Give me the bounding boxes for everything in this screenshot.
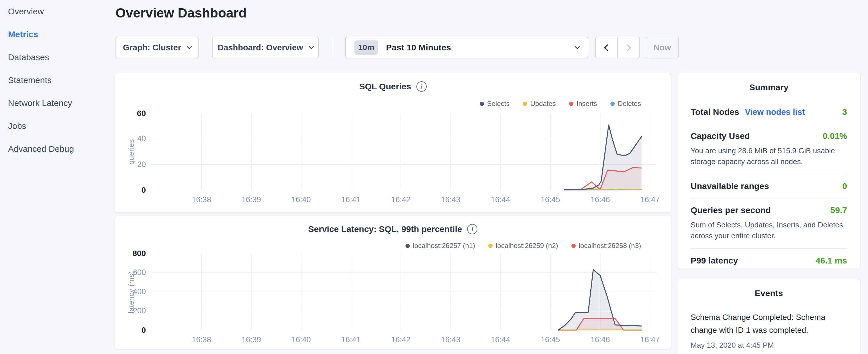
legend-dot-icon xyxy=(523,102,527,106)
x-tick-label: 16:44 xyxy=(482,195,519,204)
summary-label: P99 latency xyxy=(691,256,738,265)
dashboard-dropdown[interactable]: Dashboard: Overview xyxy=(212,37,319,58)
sidebar-item-statements[interactable]: Statements xyxy=(8,69,107,92)
legend-item: Updates xyxy=(523,100,556,108)
y-tick-label: 800 xyxy=(120,249,146,258)
service-latency-plot[interactable]: 16:3816:3916:4016:4116:4216:4316:4416:45… xyxy=(152,254,656,330)
chart-title-row: Service Latency: SQL, 99th percentile i xyxy=(115,224,671,234)
events-title: Events xyxy=(677,288,860,298)
legend-dot-icon xyxy=(480,102,484,106)
summary-label: Unavailable ranges xyxy=(691,181,769,191)
x-tick-label: 16:38 xyxy=(183,335,220,344)
sql-queries-chart-card: SQL Queries i SelectsUpdatesInsertsDelet… xyxy=(115,73,671,213)
events-list: Schema Change Completed: Schema change w… xyxy=(677,311,860,350)
legend-dot-icon xyxy=(488,244,493,248)
y-tick-label: 400 xyxy=(120,287,146,296)
prev-time-button[interactable] xyxy=(595,37,618,58)
x-tick-label: 16:41 xyxy=(333,335,370,344)
summary-label: Total Nodes xyxy=(691,107,739,117)
sidebar-item-metrics[interactable]: Metrics xyxy=(8,23,107,46)
x-tick-label: 16:41 xyxy=(333,195,370,204)
view-nodes-link[interactable]: View nodes list xyxy=(745,107,805,117)
legend-label: Deletes xyxy=(618,100,641,108)
summary-subtext: You are using 28.6 MiB of 515.9 GiB usab… xyxy=(691,146,847,167)
x-tick-label: 16:45 xyxy=(532,195,569,204)
summary-row-p99-latency: P99 latency 46.1 ms xyxy=(691,249,847,272)
chart-title-row: SQL Queries i xyxy=(115,81,671,92)
toolbar-divider xyxy=(333,37,333,58)
info-icon[interactable]: i xyxy=(416,81,427,92)
now-button[interactable]: Now xyxy=(646,37,679,58)
sidebar-nav: OverviewMetricsDatabasesStatementsNetwor… xyxy=(8,0,107,160)
next-time-button[interactable] xyxy=(618,37,640,58)
x-tick-label: 16:42 xyxy=(382,335,420,344)
x-tick-label: 16:45 xyxy=(532,335,569,344)
graph-dropdown[interactable]: Graph: Cluster xyxy=(116,37,198,58)
sidebar-item-jobs[interactable]: Jobs xyxy=(8,115,107,137)
page-title: Overview Dashboard xyxy=(116,5,247,21)
dashboard-dropdown-label: Dashboard: Overview xyxy=(217,43,303,53)
legend-label: localhost:26259 (n2) xyxy=(496,242,558,250)
legend-item: localhost:26258 (n3) xyxy=(571,242,641,250)
legend-dot-icon xyxy=(571,244,576,248)
x-tick-label: 16:39 xyxy=(233,195,270,204)
summary-panel: Summary Total Nodes View nodes list 3 Ca… xyxy=(677,73,861,269)
summary-row-unavailable-ranges: Unavailable ranges 0 xyxy=(691,174,847,198)
chart-legend: localhost:26257 (n1)localhost:26259 (n2)… xyxy=(405,242,641,250)
sidebar-item-network-latency[interactable]: Network Latency xyxy=(8,92,107,115)
time-range-selector[interactable]: 10m Past 10 Minutes xyxy=(345,37,588,58)
summary-value: 0 xyxy=(842,181,847,191)
now-button-label: Now xyxy=(653,43,671,53)
summary-label: Capacity Used xyxy=(691,131,750,141)
sidebar-item-advanced-debug[interactable]: Advanced Debug xyxy=(8,137,107,160)
info-icon[interactable]: i xyxy=(467,224,477,234)
y-axis-title: queries xyxy=(127,120,136,183)
x-tick-label: 16:46 xyxy=(582,195,619,204)
summary-row-capacity-used: Capacity Used 0.01% You are using 28.6 M… xyxy=(691,124,847,174)
y-tick-label: 20 xyxy=(120,160,146,169)
chart-canvas xyxy=(152,114,656,190)
x-tick-label: 16:40 xyxy=(283,335,320,344)
summary-value: 46.1 ms xyxy=(815,256,847,265)
x-tick-label: 16:46 xyxy=(582,335,619,344)
x-tick-label: 16:47 xyxy=(631,335,669,344)
sidebar-item-overview[interactable]: Overview xyxy=(8,0,107,23)
time-pager xyxy=(595,37,640,58)
summary-title: Summary xyxy=(677,83,860,92)
sidebar-item-databases[interactable]: Databases xyxy=(8,46,107,69)
summary-value: 59.7 xyxy=(831,205,847,215)
chart-legend: SelectsUpdatesInsertsDeletes xyxy=(480,100,641,108)
x-tick-label: 16:43 xyxy=(432,335,469,344)
summary-row-queries-per-second: Queries per second 59.7 Sum of Selects, … xyxy=(691,198,847,249)
x-tick-label: 16:47 xyxy=(631,195,669,204)
chart-title: Service Latency: SQL, 99th percentile xyxy=(308,224,462,234)
chart-title: SQL Queries xyxy=(359,82,411,91)
legend-dot-icon xyxy=(569,102,574,106)
summary-row-total-nodes: Total Nodes View nodes list 3 xyxy=(691,100,847,124)
chevron-right-icon xyxy=(624,44,631,51)
x-tick-label: 16:38 xyxy=(183,195,220,204)
summary-label: Queries per second xyxy=(691,205,771,215)
chart-canvas xyxy=(152,254,656,330)
legend-dot-icon xyxy=(610,102,615,106)
legend-label: Selects xyxy=(487,100,510,108)
event-timestamp: May 13, 2020 at 4:45 PM xyxy=(691,341,847,350)
summary-value: 0.01% xyxy=(823,131,847,141)
service-latency-chart-card: Service Latency: SQL, 99th percentile i … xyxy=(115,216,671,349)
x-tick-label: 16:40 xyxy=(283,195,320,204)
time-range-badge: 10m xyxy=(354,40,378,55)
x-tick-label: 16:39 xyxy=(233,335,270,344)
summary-value: 3 xyxy=(842,107,847,117)
y-tick-label: 60 xyxy=(120,109,146,118)
legend-item: localhost:26257 (n1) xyxy=(405,242,475,250)
y-tick-label: 600 xyxy=(120,268,146,277)
summary-subtext: Sum of Selects, Updates, Inserts, and De… xyxy=(691,220,847,241)
x-tick-label: 16:42 xyxy=(382,195,420,204)
legend-dot-icon xyxy=(405,244,410,248)
sql-queries-plot[interactable]: 16:3816:3916:4016:4116:4216:4316:4416:45… xyxy=(152,114,656,190)
x-tick-label: 16:44 xyxy=(482,335,519,344)
chevron-down-icon xyxy=(187,44,192,49)
legend-label: localhost:26257 (n1) xyxy=(413,242,475,250)
legend-label: Updates xyxy=(530,100,556,108)
legend-label: Inserts xyxy=(577,100,597,108)
